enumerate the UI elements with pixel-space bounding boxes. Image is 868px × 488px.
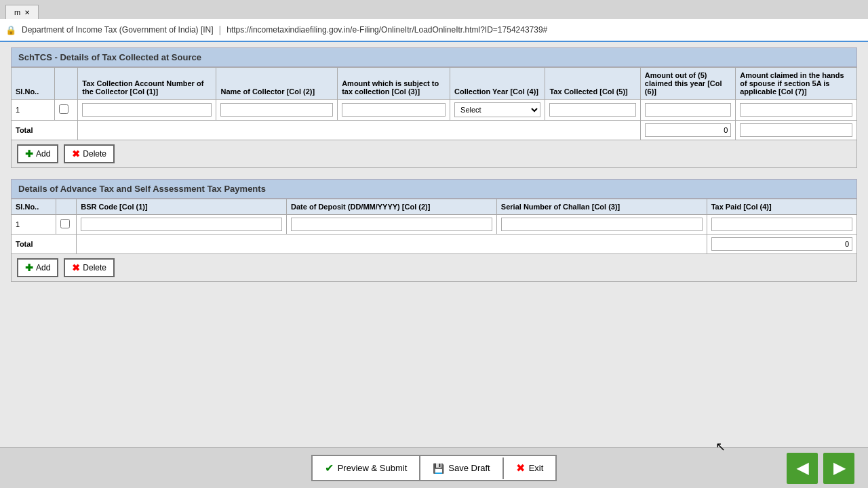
col7: Amount claimed in the hands of spouse if…: [736, 68, 857, 100]
tcs-header-row: Sl.No.. Tax Collection Account Number of…: [12, 68, 857, 100]
preview-icon: ✔: [325, 462, 334, 474]
at-total-spacer: [77, 235, 707, 254]
security-icon: 🔒: [5, 25, 16, 35]
at-row1-checkbox[interactable]: [60, 219, 70, 228]
tcs-row1-col1: [78, 100, 216, 121]
tcs-row1-col7: [736, 100, 857, 121]
separator: |: [219, 24, 222, 35]
at-col1: BSR Code [Col (1)]: [77, 199, 287, 215]
preview-submit-button[interactable]: ✔ Preview & Submit: [313, 456, 421, 480]
at-input-serial[interactable]: [501, 218, 703, 231]
at-input-date[interactable]: [291, 218, 492, 231]
advance-tax-table: Sl.No.. BSR Code [Col (1)] Date of Depos…: [11, 199, 857, 254]
tcs-row1-col2: [216, 100, 338, 121]
tcs-row1-check: [54, 100, 77, 121]
advance-tax-header-row: Sl.No.. BSR Code [Col (1)] Date of Depos…: [12, 199, 857, 215]
col4: Collection Year [Col (4)]: [450, 68, 545, 100]
tcs-input-col5[interactable]: [549, 103, 635, 117]
tcs-delete-button[interactable]: ✖ Delete: [64, 144, 115, 163]
at-col-check: [56, 199, 77, 215]
at-col-slno: Sl.No..: [12, 199, 56, 215]
col6: Amount out of (5) claimed this year [Col…: [640, 68, 735, 100]
tcs-row-1: 1: [12, 100, 857, 121]
tcs-row1-col5: [545, 100, 640, 121]
tcs-input-col3[interactable]: [342, 103, 446, 117]
section-advance-tax: Details of Advance Tax and Self Assessme…: [11, 179, 857, 282]
col2: Name of Collector [Col (2)]: [216, 68, 338, 100]
col-check: [54, 68, 77, 100]
prev-arrow-icon: ◀: [797, 460, 808, 477]
tab-bar: m ✕: [0, 0, 868, 19]
tcs-input-col2[interactable]: [220, 103, 333, 117]
address-bar: 🔒 Department of Income Tax (Government o…: [0, 19, 868, 42]
next-button[interactable]: ▶: [823, 453, 854, 484]
save-draft-button[interactable]: 💾 Save Draft: [420, 458, 503, 479]
at-total-input: [711, 237, 852, 251]
at-delete-button[interactable]: ✖ Delete: [64, 258, 115, 277]
advance-tax-row-1: 1: [12, 215, 857, 235]
tcs-total-col7: [736, 121, 857, 140]
at-row1-col2: [287, 215, 497, 235]
security-label: Department of Income Tax (Government of …: [22, 25, 214, 35]
tcs-add-button[interactable]: ✚ Add: [17, 144, 58, 163]
section-tcs: SchTCS - Details of Tax Collected at Sou…: [11, 47, 857, 168]
at-col2: Date of Deposit (DD/MM/YYYY) [Col (2)]: [287, 199, 497, 215]
tcs-total-row: Total: [12, 121, 857, 140]
at-total-label: Total: [12, 235, 77, 254]
at-row1-col3: [496, 215, 707, 235]
page-wrapper: SchTCS - Details of Tax Collected at Sou…: [0, 42, 868, 346]
at-total-row: Total: [12, 235, 857, 254]
col3: Amount which is subject to tax collectio…: [338, 68, 450, 100]
tcs-input-col7[interactable]: [740, 103, 852, 117]
tcs-total-col6: [640, 121, 735, 140]
exit-button[interactable]: ✖ Exit: [504, 456, 556, 480]
col5: Tax Collected [Col (5)]: [545, 68, 640, 100]
footer-action-buttons: ✔ Preview & Submit 💾 Save Draft ✖ Exit: [311, 455, 557, 481]
tcs-total-input-col7: [740, 123, 852, 137]
url-text: https://incometaxindiaefiling.gov.in/e-F…: [226, 25, 863, 35]
tcs-row1-slno: 1: [12, 100, 55, 121]
exit-icon: ✖: [516, 462, 525, 474]
tcs-table: Sl.No.. Tax Collection Account Number of…: [11, 67, 857, 140]
at-add-icon: ✚: [25, 262, 33, 273]
tcs-row1-checkbox[interactable]: [59, 104, 68, 114]
at-input-bsr[interactable]: [81, 218, 282, 231]
tcs-row1-col3: [338, 100, 450, 121]
tcs-add-icon: ✚: [25, 148, 33, 159]
tcs-total-label: Total: [12, 121, 78, 140]
next-arrow-icon: ▶: [833, 460, 845, 477]
at-delete-icon: ✖: [72, 262, 80, 273]
tab-close-btn[interactable]: ✕: [24, 9, 30, 16]
browser-tab[interactable]: m ✕: [5, 5, 39, 19]
at-total-col4: [707, 235, 856, 254]
col-slno: Sl.No..: [12, 68, 55, 100]
at-btn-row: ✚ Add ✖ Delete: [11, 254, 857, 282]
at-row1-col4: [707, 215, 856, 235]
prev-button[interactable]: ◀: [787, 453, 818, 484]
at-row1-slno: 1: [12, 215, 56, 235]
tcs-input-col6[interactable]: [645, 103, 731, 117]
section-advance-tax-header: Details of Advance Tax and Self Assessme…: [11, 179, 857, 199]
at-input-taxpaid[interactable]: [711, 218, 852, 231]
tcs-row1-col4: Select: [450, 100, 545, 121]
tcs-select-year[interactable]: Select: [454, 102, 540, 117]
tcs-delete-icon: ✖: [72, 148, 80, 159]
footer-nav: ◀ ▶: [787, 453, 854, 484]
save-icon: 💾: [433, 463, 444, 474]
footer-bar: ✔ Preview & Submit 💾 Save Draft ✖ Exit ◀…: [0, 447, 868, 488]
tcs-total-input-col6: [645, 123, 731, 137]
at-row1-col1: [77, 215, 287, 235]
tab-label: m: [14, 8, 20, 16]
at-row1-check: [56, 215, 77, 235]
at-col4: Tax Paid [Col (4)]: [707, 199, 856, 215]
at-add-button[interactable]: ✚ Add: [17, 258, 58, 277]
main-content: SchTCS - Details of Tax Collected at Sou…: [0, 42, 868, 468]
at-col3: Serial Number of Challan [Col (3)]: [496, 199, 707, 215]
tcs-input-col1[interactable]: [82, 103, 212, 117]
col1: Tax Collection Account Number of the Col…: [78, 68, 216, 100]
tcs-total-spacer: [78, 121, 641, 140]
section-tcs-header: SchTCS - Details of Tax Collected at Sou…: [11, 47, 857, 67]
tcs-row1-col6: [640, 100, 735, 121]
tcs-btn-row: ✚ Add ✖ Delete: [11, 140, 857, 168]
